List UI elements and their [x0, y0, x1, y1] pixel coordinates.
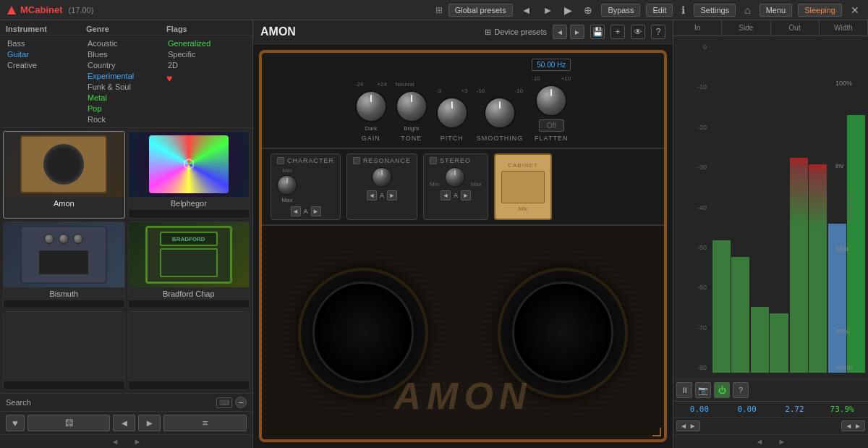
meter-tab-out[interactable]: Out — [771, 20, 820, 35]
sleeping-button[interactable]: Sleeping — [798, 4, 842, 17]
pitch-knob[interactable] — [436, 97, 468, 129]
randomize-button[interactable]: ⚄ — [27, 415, 111, 431]
genre-funk-soul[interactable]: Funk & Soul — [86, 82, 166, 92]
instrument-bass[interactable]: Bass — [6, 38, 86, 48]
eye-button[interactable]: 👁 — [631, 25, 645, 39]
nav-left-button[interactable]: ◄ — [519, 3, 535, 17]
stereo-next-button[interactable]: ► — [461, 190, 471, 200]
preset-item-bradford[interactable]: BRADFORD Bradford Chap — [128, 221, 250, 309]
prev-button[interactable]: ◄ — [113, 415, 135, 431]
genre-experimental[interactable]: Experimental — [86, 71, 166, 81]
meter-val-width: 73.9% — [819, 405, 865, 414]
pause-button[interactable]: ⏸ — [676, 382, 692, 398]
power-button[interactable]: ⏻ — [714, 382, 730, 398]
preset-label-bismuth: Bismuth — [4, 287, 124, 300]
genre-country[interactable]: Country — [86, 60, 166, 70]
genre-blues[interactable]: Blues — [86, 49, 166, 59]
stereo-prev-button[interactable]: ◄ — [441, 190, 451, 200]
resonance-knob[interactable] — [372, 167, 392, 187]
preset-item-more2[interactable] — [128, 311, 250, 390]
next-button[interactable]: ► — [138, 415, 161, 431]
flatten-max: +10 — [561, 75, 571, 82]
preset-item-amon[interactable]: Amon — [3, 131, 125, 219]
resize-handle[interactable] — [652, 428, 661, 436]
resonance-next-button[interactable]: ► — [387, 190, 397, 200]
stereo-knob[interactable] — [445, 167, 465, 187]
character-label: CHARACTER — [287, 157, 334, 164]
bypass-button[interactable]: Bypass — [601, 4, 640, 17]
character-led[interactable] — [277, 157, 284, 164]
flatten-knob[interactable] — [535, 85, 567, 117]
cabinet-mix-label: Mix — [519, 206, 527, 212]
preset-next-button[interactable]: ► — [570, 25, 584, 39]
tone-knob[interactable] — [396, 90, 427, 122]
preset-item-more1[interactable] — [3, 311, 125, 390]
genre-rock[interactable]: Rock — [86, 114, 166, 124]
info-icon: ℹ — [678, 3, 688, 17]
flatten-min: -10 — [532, 75, 540, 82]
device-presets-label: ⊞ Device presets — [485, 28, 547, 37]
flag-2d[interactable]: 2D — [166, 60, 247, 70]
favorite-icon[interactable]: ♥ — [166, 72, 172, 84]
smoothing-knob[interactable] — [484, 97, 516, 129]
character-prev-button[interactable]: ◄ — [291, 206, 301, 216]
tone-center-label: Bright — [404, 125, 419, 132]
meter-nav-prev-button[interactable]: ◄ ► — [676, 420, 700, 431]
scale-20: -20 — [676, 124, 707, 131]
stereo-label: STEREO — [440, 157, 471, 164]
scroll-right-icon[interactable]: ► — [134, 437, 142, 446]
bar-side-right — [770, 313, 788, 373]
character-next-button[interactable]: ► — [311, 206, 321, 216]
right-panel-scroll-nav[interactable]: ◄ ► — [673, 434, 868, 448]
add-button[interactable]: ⊕ — [581, 3, 595, 17]
resonance-led[interactable] — [353, 157, 360, 164]
bar-group-width — [828, 42, 865, 373]
genre-acoustic[interactable]: Acoustic — [86, 38, 166, 48]
snapshot-button[interactable]: 📷 — [695, 382, 711, 398]
genre-metal[interactable]: Metal — [86, 93, 166, 103]
meter-tab-in[interactable]: In — [673, 20, 722, 35]
stereo-led[interactable] — [430, 157, 437, 164]
settings-button[interactable]: Settings — [694, 4, 736, 17]
favorite-button[interactable]: ♥ — [6, 415, 25, 431]
flag-specific[interactable]: Specific — [166, 49, 247, 59]
amp-controls: -24 +24 Dark GAIN Neutral Bright TONE — [262, 53, 664, 149]
gain-knob[interactable] — [355, 90, 387, 122]
meter-nav-next-button[interactable]: ◄ ► — [841, 420, 865, 431]
nav-forward-button[interactable]: ▶ — [561, 3, 575, 17]
search-clear-button[interactable]: − — [235, 397, 247, 408]
instrument-creative[interactable]: Creative — [6, 60, 86, 70]
close-button[interactable]: ✕ — [848, 3, 862, 17]
help-meter-button[interactable]: ? — [733, 382, 749, 398]
flag-generalized[interactable]: Generalized — [166, 38, 247, 48]
menu-button[interactable]: Menu — [760, 4, 793, 17]
right-scroll-left-icon[interactable]: ◄ — [756, 437, 764, 446]
meter-tabs: In Side Out Width — [673, 20, 868, 36]
home-button[interactable]: ⌂ — [741, 3, 753, 17]
scale-0: 0 — [676, 43, 707, 51]
character-min-knob[interactable] — [277, 175, 297, 195]
flatten-off-button[interactable]: Off — [539, 119, 564, 132]
cabinet-mini[interactable]: CABINET Mix — [494, 153, 552, 220]
save-preset-button[interactable]: 💾 — [590, 25, 605, 39]
genre-pop[interactable]: Pop — [86, 103, 166, 114]
instrument-guitar[interactable]: Guitar — [6, 49, 86, 59]
left-panel-scroll-nav[interactable]: ◄ ► — [0, 434, 252, 448]
resonance-prev-button[interactable]: ◄ — [367, 190, 377, 200]
add-preset-button[interactable]: + — [610, 25, 625, 39]
preset-item-bismuth[interactable]: Bismuth — [3, 221, 125, 309]
top-bar: MCabinet (17.00) ⊞ Global presets ◄ ► ▶ … — [0, 0, 868, 20]
app-version: (17.00) — [69, 6, 94, 14]
edit-button[interactable]: Edit — [646, 4, 673, 17]
meter-tab-width[interactable]: Width — [820, 20, 868, 35]
preset-prev-button[interactable]: ◄ — [553, 25, 567, 39]
global-presets-button[interactable]: Global presets — [448, 4, 513, 17]
right-scroll-right-icon[interactable]: ► — [778, 437, 786, 446]
meter-bars — [712, 42, 865, 373]
preset-item-belphegor[interactable]: ⬡ Belphegor — [128, 131, 250, 219]
nav-right-button[interactable]: ► — [540, 3, 556, 17]
menu-dots-button[interactable]: ≡ — [163, 415, 247, 431]
scroll-left-icon[interactable]: ◄ — [111, 437, 119, 446]
meter-tab-side[interactable]: Side — [722, 20, 770, 35]
help-button[interactable]: ? — [651, 25, 665, 39]
